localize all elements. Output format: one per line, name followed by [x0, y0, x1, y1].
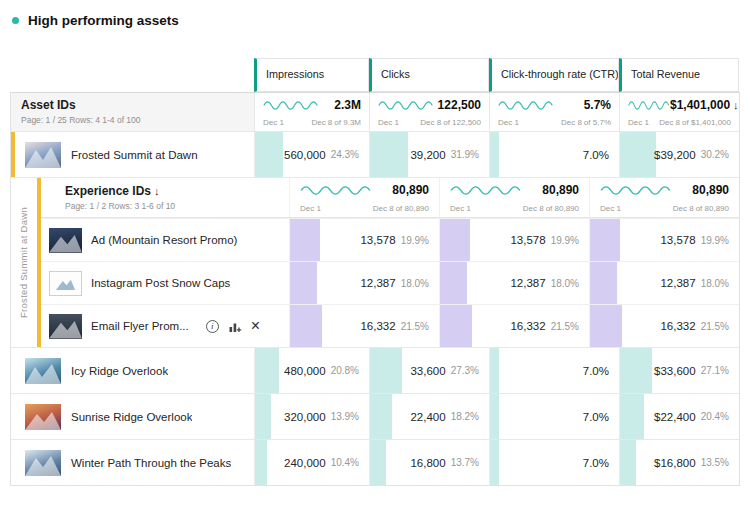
table-row[interactable]: Winter Path Through the Peaks 240,000 10… [11, 439, 739, 485]
close-icon[interactable]: × [251, 318, 260, 334]
date-start: Dec 1 [378, 118, 399, 127]
experience-ids-header-cell[interactable]: Experience IDs ↓ Page: 1 / 2 Rows: 3 1-6… [41, 178, 289, 217]
clicks-cell[interactable]: 16,800 13.7% [369, 440, 489, 485]
total-revenue-summary-cell[interactable]: $1,401,000 ↓ Dec 1 Dec 8of $1,401,000 [619, 93, 739, 131]
nested-metric-cell[interactable]: 13,578 19.9% [289, 219, 439, 261]
of-total: of 80,890 [396, 204, 429, 213]
experience-row[interactable]: Ad (Mountain Resort Promo) 13,578 19.9% … [41, 218, 739, 261]
revenue-date-range: Dec 1 Dec 8of $1,401,000 [628, 118, 731, 127]
ctr-cell[interactable]: 7.0% [489, 348, 619, 393]
value-bar [255, 132, 283, 177]
value-bar [255, 394, 271, 439]
ctr-summary-cell[interactable]: 5.7% Dec 1 Dec 8of 5.7% [489, 93, 619, 131]
cell-value: 39,200 [410, 149, 445, 161]
nested-metric-cell[interactable]: 16,332 21.5% [589, 305, 739, 347]
experience-thumbnail [49, 228, 82, 253]
nested-date-range: Dec 1 Dec 8of 80,890 [600, 204, 729, 213]
cell-percent: 18.0% [551, 278, 579, 289]
cell-value: 7.0% [583, 411, 609, 423]
total-revenue-cell[interactable]: $39,200 30.2% [619, 132, 739, 177]
value-bar [590, 305, 622, 347]
nested-metric-cell[interactable]: 12,387 18.0% [289, 262, 439, 304]
info-icon[interactable]: i [206, 320, 219, 333]
value-bar [255, 440, 267, 485]
nested-metric-cell[interactable]: 13,578 19.9% [589, 219, 739, 261]
cell-value: 12,387 [360, 277, 395, 289]
value-bar [590, 262, 617, 304]
value-bar [255, 348, 279, 393]
total-revenue-cell[interactable]: $22,400 20.4% [619, 394, 739, 439]
value-bar [440, 305, 472, 347]
cell-value: 560,000 [284, 149, 326, 161]
column-header-impressions[interactable]: Impressions [254, 58, 369, 92]
asset-ids-header-cell[interactable]: Asset IDs Page: 1 / 25 Rows: 4 1-4 of 10… [11, 93, 254, 131]
impressions-cell[interactable]: 240,000 10.4% [254, 440, 369, 485]
asset-ids-summary-row: Asset IDs Page: 1 / 25 Rows: 4 1-4 of 10… [11, 93, 739, 131]
value-bar [490, 132, 499, 177]
nested-metric-cell[interactable]: 16,332 21.5% [289, 305, 439, 347]
nested-metric-cell[interactable]: 12,387 18.0% [439, 262, 589, 304]
table-row[interactable]: Sunrise Ridge Overlook 320,000 13.9% 22,… [11, 393, 739, 439]
impressions-summary-cell[interactable]: 2.3M Dec 1 Dec 8of 9.3M [254, 93, 369, 131]
sort-descending-icon[interactable]: ↓ [154, 185, 160, 197]
impressions-cell[interactable]: 560,000 24.3% [254, 132, 369, 177]
value-bar [490, 348, 499, 393]
cell-value: $33,600 [654, 365, 696, 377]
column-header-total-revenue[interactable]: Total Revenue [619, 58, 739, 92]
value-bar [370, 348, 402, 393]
cell-percent: 19.9% [701, 235, 729, 246]
total-revenue-cell[interactable]: $16,800 13.5% [619, 440, 739, 485]
revenue-sparkline-icon [628, 99, 670, 112]
of-total: of 5.7% [584, 118, 611, 127]
value-bar [370, 132, 408, 177]
nested-summary-cell-3[interactable]: 80,890 Dec 1 Dec 8of 80,890 [589, 178, 739, 217]
nested-summary-cell-2[interactable]: 80,890 Dec 1 Dec 8of 80,890 [439, 178, 589, 217]
experience-thumbnail [49, 314, 82, 339]
table-body: Asset IDs Page: 1 / 25 Rows: 4 1-4 of 10… [10, 92, 740, 486]
nested-metric-cell[interactable]: 13,578 19.9% [439, 219, 589, 261]
ctr-cell[interactable]: 7.0% [489, 394, 619, 439]
nested-metric-cell[interactable]: 16,332 21.5% [439, 305, 589, 347]
experience-row[interactable]: Email Flyer Prom... i × 16,332 21.5% [41, 304, 739, 347]
clicks-cell[interactable]: 33,600 27.3% [369, 348, 489, 393]
total-revenue-cell[interactable]: $33,600 27.1% [619, 348, 739, 393]
impressions-cell[interactable]: 320,000 13.9% [254, 394, 369, 439]
cell-value: 7.0% [583, 365, 609, 377]
cell-value: 13,578 [660, 234, 695, 246]
nested-metric-cell[interactable]: 12,387 18.0% [589, 262, 739, 304]
clicks-cell[interactable]: 39,200 31.9% [369, 132, 489, 177]
row-actions: i × [206, 318, 260, 334]
asset-cell: Icy Ridge Overlook [11, 348, 254, 393]
experience-ids-pagination[interactable]: Page: 1 / 2 Rows: 3 1-6 of 10 [65, 201, 281, 211]
nested-total: 80,890 [692, 183, 729, 197]
nested-date-range: Dec 1 Dec 8of 80,890 [450, 204, 579, 213]
ctr-date-range: Dec 1 Dec 8of 5.7% [498, 118, 611, 127]
date-start: Dec 1 [263, 118, 284, 127]
table-row[interactable]: Frosted Summit at Dawn 560,000 24.3% 39,… [11, 131, 739, 177]
date-start: Dec 1 [450, 204, 471, 213]
experience-row[interactable]: Instagram Post Snow Caps 12,387 18.0% 12… [41, 261, 739, 304]
nested-summary-cell-1[interactable]: 80,890 Dec 1 Dec 8of 80,890 [289, 178, 439, 217]
value-bar [620, 440, 636, 485]
clicks-cell[interactable]: 22,400 18.2% [369, 394, 489, 439]
clicks-summary-cell[interactable]: 122,500 Dec 1 Dec 8of 122,500 [369, 93, 489, 131]
ctr-cell[interactable]: 7.0% [489, 440, 619, 485]
table-row[interactable]: Icy Ridge Overlook 480,000 20.8% 33,600 … [11, 347, 739, 393]
impressions-cell[interactable]: 480,000 20.8% [254, 348, 369, 393]
asset-label: Icy Ridge Overlook [71, 365, 168, 377]
cell-percent: 19.9% [551, 235, 579, 246]
of-total: of 80,890 [696, 204, 729, 213]
sort-descending-icon[interactable]: ↓ [733, 99, 739, 111]
value-bar [620, 348, 652, 393]
column-header-clicks[interactable]: Clicks [369, 58, 489, 92]
date-start: Dec 1 [600, 204, 621, 213]
cell-percent: 27.3% [451, 365, 479, 376]
cell-value: 16,332 [510, 320, 545, 332]
asset-label: Frosted Summit at Dawn [71, 149, 198, 161]
column-header-ctr[interactable]: Click-through rate (CTR) [489, 58, 619, 92]
cell-value: 16,800 [410, 457, 445, 469]
asset-ids-pagination[interactable]: Page: 1 / 25 Rows: 4 1-4 of 100 [21, 115, 244, 125]
ctr-cell[interactable]: 7.0% [489, 132, 619, 177]
visualization-icon[interactable] [228, 319, 242, 333]
asset-thumbnail [25, 450, 61, 476]
